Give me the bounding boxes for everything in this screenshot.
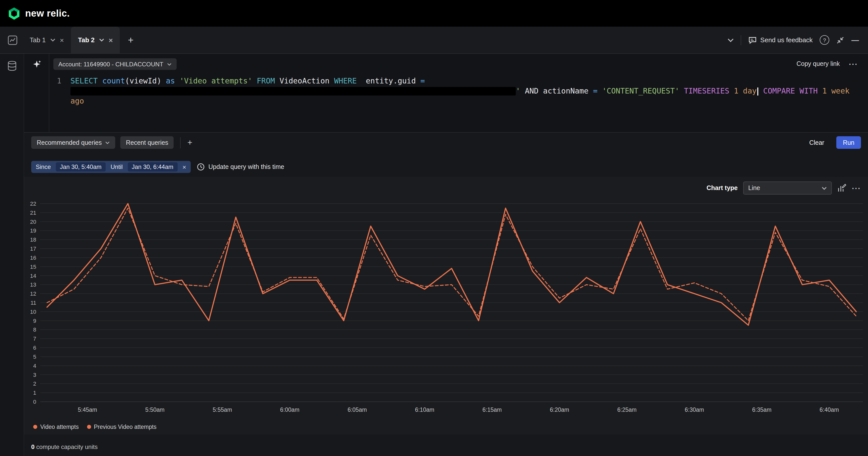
collapse-icon[interactable] <box>836 36 844 44</box>
query-token: = <box>593 87 602 96</box>
brand-wordmark: new relic. <box>25 8 70 19</box>
tab-1-close-icon[interactable]: × <box>60 36 64 43</box>
clear-button[interactable]: Clear <box>809 139 824 146</box>
since-label: Since <box>33 163 54 170</box>
svg-text:1: 1 <box>33 390 36 396</box>
svg-text:6:15am: 6:15am <box>482 406 502 413</box>
top-header: new relic. <box>0 0 868 27</box>
tab-1-label: Tab 1 <box>30 36 46 44</box>
recommended-queries-label: Recommended queries <box>37 139 102 146</box>
svg-text:6:05am: 6:05am <box>347 406 367 413</box>
svg-text:7: 7 <box>33 335 36 342</box>
left-rail <box>0 54 24 456</box>
query-token: entity.guid <box>366 76 421 86</box>
chevron-down-icon <box>105 141 110 144</box>
redacted-guid <box>70 87 516 96</box>
recent-queries-button[interactable]: Recent queries <box>121 136 174 149</box>
until-label: Until <box>108 163 126 170</box>
svg-text:15: 15 <box>30 264 36 270</box>
tab-2[interactable]: Tab 2 × <box>71 27 120 53</box>
add-query-button[interactable]: + <box>187 137 192 148</box>
svg-text:9: 9 <box>33 318 36 324</box>
svg-text:2: 2 <box>33 381 36 387</box>
chevron-down-icon <box>822 186 827 190</box>
minimize-icon[interactable]: — <box>851 36 859 44</box>
tab-1[interactable]: Tab 1 × <box>23 27 71 53</box>
text-caret <box>757 88 758 96</box>
app-window: new relic. Tab 1 × Tab 2 × + <box>0 0 868 456</box>
time-range-close-icon[interactable]: × <box>179 163 189 171</box>
tab-2-label: Tab 2 <box>78 36 95 44</box>
chevron-down-icon[interactable] <box>50 38 55 42</box>
svg-text:6: 6 <box>33 345 36 351</box>
divider <box>741 35 741 45</box>
svg-text:6:40am: 6:40am <box>820 406 839 413</box>
query-token: count <box>102 76 125 86</box>
line-number: 1 <box>24 76 61 86</box>
feedback-label: Send us feedback <box>760 36 813 44</box>
query-token: as <box>166 76 179 86</box>
code-lines: 1SELECT count(viewId) as 'Video attempts… <box>24 76 865 106</box>
since-value[interactable]: Jan 30, 5:40am <box>56 162 105 171</box>
query-token: WHERE <box>334 76 366 86</box>
svg-text:6:25am: 6:25am <box>617 406 637 413</box>
svg-text:17: 17 <box>30 246 36 252</box>
chart-more-icon[interactable]: ··· <box>852 184 861 192</box>
legend-item[interactable]: Previous Video attempts <box>87 424 156 430</box>
svg-text:3: 3 <box>33 372 36 378</box>
new-tab-button[interactable]: + <box>120 34 142 45</box>
timeseries-chart: 0123456789101112131415161718192021225:45… <box>24 199 868 422</box>
svg-text:11: 11 <box>30 300 36 306</box>
svg-text:4: 4 <box>33 363 36 369</box>
svg-text:20: 20 <box>30 219 36 225</box>
query-token: TIMESERIES <box>684 87 734 96</box>
tab-overflow-chevron-icon[interactable] <box>727 38 734 42</box>
legend-dot <box>87 425 91 429</box>
svg-text:19: 19 <box>30 228 36 234</box>
svg-text:22: 22 <box>30 201 36 207</box>
query-token: (viewId) <box>125 76 166 86</box>
chart-type-select[interactable]: Line <box>743 182 832 195</box>
time-range-pill[interactable]: Since Jan 30, 5:40am Until Jan 30, 6:44a… <box>31 161 191 173</box>
chevron-down-icon[interactable] <box>99 38 104 42</box>
editor-more-icon[interactable]: ··· <box>849 60 858 68</box>
update-query-time-label: Update query with this time <box>208 163 284 170</box>
chevron-down-icon <box>167 63 171 66</box>
divider <box>180 137 181 148</box>
update-query-time-button[interactable]: Update query with this time <box>197 163 284 171</box>
query-token: COMPARE WITH <box>758 87 822 96</box>
recommended-queries-button[interactable]: Recommended queries <box>31 136 116 149</box>
code-line[interactable]: 1SELECT count(viewId) as 'Video attempts… <box>24 76 865 86</box>
copy-query-link-button[interactable]: Copy query link <box>797 60 840 67</box>
svg-text:5: 5 <box>33 354 36 360</box>
send-feedback-button[interactable]: Send us feedback <box>748 36 813 44</box>
query-console-icon[interactable] <box>7 35 18 45</box>
brand: new relic. <box>7 7 70 20</box>
tab-bar: Tab 1 × Tab 2 × + <box>0 27 868 54</box>
legend-label: Video attempts <box>40 424 79 430</box>
clock-icon <box>197 163 205 171</box>
ai-sparkle-icon[interactable] <box>30 58 43 71</box>
svg-text:5:50am: 5:50am <box>145 406 164 413</box>
time-filter-row: Since Jan 30, 5:40am Until Jan 30, 6:44a… <box>24 159 868 174</box>
svg-text:6:10am: 6:10am <box>415 406 434 413</box>
legend-item[interactable]: Video attempts <box>33 424 79 430</box>
edit-chart-icon[interactable] <box>837 184 846 193</box>
data-explorer-icon[interactable] <box>7 61 17 71</box>
query-editor: Account: 11649900 - CHILDACCOUNT Copy qu… <box>24 54 868 133</box>
svg-text:6:30am: 6:30am <box>685 406 704 413</box>
account-selector[interactable]: Account: 11649900 - CHILDACCOUNT <box>53 58 176 70</box>
code-line[interactable]: ' AND actionName = 'CONTENT_REQUEST' TIM… <box>24 86 865 96</box>
run-button[interactable]: Run <box>836 136 861 149</box>
query-token: 1 day <box>734 87 756 96</box>
query-token: FROM <box>257 76 280 86</box>
query-token: actionName <box>543 87 593 96</box>
help-icon[interactable]: ? <box>820 35 829 45</box>
chart-card: Chart type Line ··· 01234567891011121314… <box>24 177 868 434</box>
svg-text:6:20am: 6:20am <box>550 406 569 413</box>
until-value[interactable]: Jan 30, 6:44am <box>128 162 177 171</box>
code-line[interactable]: ago <box>24 96 865 106</box>
query-token: 'Video attempts' <box>180 76 257 86</box>
legend-dot <box>33 425 37 429</box>
tab-2-close-icon[interactable]: × <box>109 36 113 43</box>
